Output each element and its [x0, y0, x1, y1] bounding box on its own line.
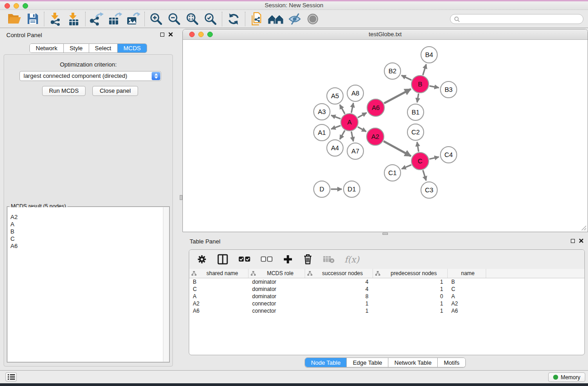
edge-A-A1[interactable] [331, 125, 341, 129]
node-A2[interactable]: A2 [367, 128, 384, 145]
table-settings-button[interactable] [196, 252, 207, 267]
edge-A-A2[interactable] [358, 127, 366, 131]
maximize-network-button[interactable] [207, 32, 213, 37]
export-network-button[interactable] [88, 11, 106, 27]
table-row[interactable]: Cdominator41C [189, 286, 584, 293]
mcds-list-scrollbar[interactable] [163, 207, 169, 362]
edge-B-B2[interactable] [402, 75, 411, 80]
delete-button[interactable] [303, 252, 313, 267]
node-B2[interactable]: B2 [384, 63, 401, 79]
deselect-all-button[interactable] [260, 252, 273, 267]
minimize-window-button[interactable] [14, 3, 19, 9]
add-column-button[interactable] [282, 252, 293, 267]
task-history-button[interactable] [5, 372, 17, 381]
column-header-name[interactable]: name [448, 269, 486, 278]
node-A6[interactable]: A6 [367, 99, 384, 116]
show-columns-button[interactable] [217, 252, 229, 267]
mcds-result-item[interactable]: A [8, 221, 163, 228]
table-row[interactable]: A6connector11A6 [189, 307, 584, 315]
edge-A-A5[interactable] [340, 105, 345, 114]
criterion-dropdown[interactable]: largest connected component (directed) [19, 71, 161, 81]
close-panel-button[interactable]: Close panel [92, 86, 138, 96]
node-C4[interactable]: C4 [440, 147, 457, 163]
select-all-button[interactable] [238, 252, 251, 267]
node-A1[interactable]: A1 [314, 124, 330, 141]
node-C2[interactable]: C2 [407, 124, 424, 140]
node-A4[interactable]: A4 [327, 140, 343, 156]
import-network-button[interactable] [47, 11, 65, 27]
column-header-predecessor-nodes[interactable]: predecessor nodes [373, 269, 448, 278]
edge-C-C2[interactable] [417, 142, 418, 152]
node-B4[interactable]: B4 [421, 47, 437, 63]
mcds-result-item[interactable]: C [8, 235, 163, 243]
zoom-fit-button[interactable] [183, 11, 201, 27]
edge-B-B3[interactable] [430, 86, 439, 88]
edge-A-A3[interactable] [331, 115, 341, 119]
function-builder-button[interactable]: f(x) [344, 254, 359, 264]
close-panel-icon[interactable] [168, 32, 173, 37]
edge-A-A4[interactable] [340, 130, 345, 139]
node-B[interactable]: B [411, 76, 429, 93]
home-button[interactable] [266, 11, 286, 27]
maximize-window-button[interactable] [23, 3, 28, 9]
save-session-button[interactable] [24, 11, 42, 27]
minimize-network-button[interactable] [198, 32, 204, 37]
network-canvas[interactable]: B4B2BB3A8A5A6A3B1AA1C2A2A4A7C4CC1C3DD1 [183, 40, 588, 232]
tab-network[interactable]: Network [30, 44, 64, 52]
node-C3[interactable]: C3 [421, 182, 437, 198]
run-mcds-button[interactable]: Run MCDS [42, 86, 86, 96]
hide-selected-button[interactable] [286, 11, 304, 27]
edge-C-C3[interactable] [423, 170, 426, 181]
edge-B-B1[interactable] [417, 94, 419, 103]
float-panel-icon[interactable] [160, 33, 164, 37]
node-A[interactable]: A [341, 114, 358, 131]
tab-motifs[interactable]: Motifs [438, 358, 465, 367]
zoom-in-button[interactable] [147, 11, 165, 27]
edge-C-C1[interactable] [402, 165, 411, 169]
column-header-successor-nodes[interactable]: successor nodes [305, 269, 373, 278]
network-window-titlebar[interactable]: testGlobe.txt [183, 29, 588, 40]
mcds-result-item[interactable]: A2 [8, 214, 163, 221]
tab-select[interactable]: Select [89, 44, 118, 52]
edge-A-A6[interactable] [358, 113, 366, 118]
node-A7[interactable]: A7 [347, 143, 363, 159]
tab-node-table[interactable]: Node Table [305, 358, 347, 367]
delete-table-button[interactable] [322, 252, 335, 267]
column-header-MCDS-role[interactable]: MCDS role [249, 269, 305, 278]
export-image-button[interactable] [124, 11, 142, 27]
edge-C-C4[interactable] [429, 157, 439, 159]
node-D[interactable]: D [314, 181, 330, 197]
node-A8[interactable]: A8 [347, 85, 363, 101]
column-header-shared-name[interactable]: shared name [189, 269, 249, 278]
tab-mcds[interactable]: MCDS [118, 44, 147, 52]
tab-edge-table[interactable]: Edge Table [347, 358, 388, 367]
mcds-result-item[interactable]: A6 [8, 243, 163, 250]
close-network-button[interactable] [189, 32, 195, 37]
table-row[interactable]: Adominator80A [189, 293, 584, 300]
zoom-selected-button[interactable] [201, 11, 220, 27]
float-panel-icon[interactable] [571, 239, 575, 243]
memory-button[interactable]: Memory [548, 372, 585, 382]
zoom-out-button[interactable] [165, 11, 183, 27]
tab-style[interactable]: Style [64, 44, 89, 52]
search-input[interactable] [462, 16, 579, 22]
edge-A6-B[interactable] [384, 89, 411, 103]
node-C1[interactable]: C1 [384, 165, 401, 181]
node-D1[interactable]: D1 [344, 181, 360, 197]
dropdown-stepper-icon[interactable] [152, 72, 160, 80]
close-window-button[interactable] [5, 3, 10, 9]
table-row[interactable]: A2connector11A2 [189, 300, 584, 307]
mcds-result-list[interactable]: A2ABCA6 [8, 207, 163, 362]
node-A3[interactable]: A3 [314, 104, 330, 120]
import-table-button[interactable] [65, 11, 83, 27]
horizontal-splitter-handle[interactable] [382, 233, 388, 235]
close-panel-icon[interactable] [579, 238, 583, 243]
export-table-button[interactable] [106, 11, 124, 27]
clone-network-button[interactable] [248, 11, 266, 27]
open-session-button[interactable] [5, 11, 24, 27]
edge-A2-C[interactable] [383, 141, 411, 156]
edge-A-A7[interactable] [351, 132, 353, 142]
show-all-button[interactable] [304, 11, 322, 27]
node-B1[interactable]: B1 [407, 104, 424, 120]
edge-A-A8[interactable] [351, 103, 353, 113]
